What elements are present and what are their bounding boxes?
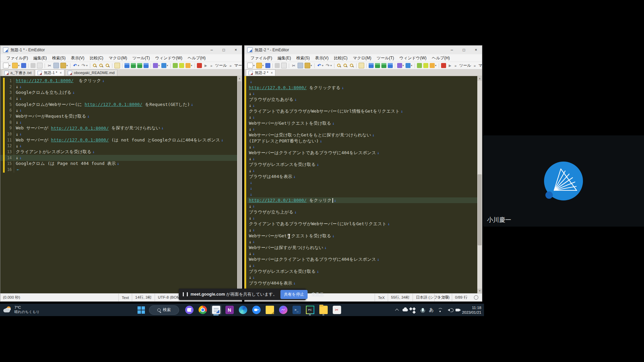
taskbar-clock[interactable]: 11:18 2023/01/21 [462, 305, 481, 315]
preview-icon[interactable] [281, 63, 287, 68]
dropdown-arrow-icon[interactable]: ▾ [311, 64, 313, 67]
paste-icon[interactable] [60, 63, 66, 68]
vertical-scrollbar[interactable]: ▲ ▼ [477, 76, 482, 293]
document-tab[interactable]: oboegaki_README.md [65, 69, 117, 76]
document-tab[interactable]: 無題-1 *× [35, 69, 64, 76]
camera-icon[interactable] [453, 306, 462, 314]
tool-lime-icon[interactable] [179, 63, 184, 68]
tool-orange-icon[interactable] [430, 63, 435, 68]
table-green-icon[interactable] [131, 63, 136, 68]
menu-item[interactable]: 編集(E) [31, 55, 49, 61]
tool-green-icon[interactable] [173, 63, 178, 68]
open-icon[interactable] [12, 63, 18, 68]
find-prev-icon[interactable] [349, 63, 354, 68]
hyperlink-text[interactable]: http://127.0.0.1:8000/ [51, 126, 109, 131]
tool-green-icon[interactable] [417, 63, 422, 68]
tool-orange-icon[interactable] [185, 63, 191, 68]
undo-icon[interactable] [72, 63, 77, 68]
menu-item[interactable]: ヘルプ(H) [429, 55, 453, 61]
table-green-2-icon[interactable] [381, 63, 386, 68]
emeditor-taskbar-icon[interactable] [209, 304, 223, 316]
messenger-taskbar-icon[interactable] [276, 304, 290, 316]
toolbar-label[interactable]: ツール [215, 63, 227, 68]
titlebar-left[interactable]: 無題-1 * - EmEditor – □ × [0, 46, 242, 54]
taskbar-weather-widget[interactable]: 7°C 晴れのちくもり [3, 305, 40, 314]
powershell-taskbar-icon[interactable] [290, 304, 303, 316]
menu-item[interactable]: 表示(V) [68, 55, 87, 61]
minimize-button[interactable]: – [206, 46, 218, 54]
mic-icon[interactable] [419, 306, 427, 314]
dropdown-arrow-icon[interactable]: ▾ [78, 64, 80, 67]
find-icon[interactable] [336, 63, 341, 68]
toolbar-label[interactable]: ツール [459, 63, 471, 68]
tab-close-icon[interactable]: × [271, 71, 273, 75]
play-icon[interactable] [447, 63, 452, 68]
table-green-2-icon[interactable] [137, 63, 142, 68]
close-button[interactable]: × [230, 46, 242, 54]
toolbar-label[interactable]: マーカー [478, 63, 482, 68]
save-icon[interactable] [265, 63, 270, 68]
explorer-taskbar-icon[interactable] [317, 304, 330, 316]
table-blue-2-icon[interactable] [144, 63, 149, 68]
maximize-button[interactable]: □ [458, 46, 470, 54]
record-icon[interactable] [441, 63, 446, 68]
dropdown-arrow-icon[interactable]: ▾ [191, 64, 193, 67]
undo-icon[interactable] [317, 63, 322, 68]
close-button[interactable]: × [470, 46, 482, 54]
dropdown-arrow-icon[interactable]: ▾ [66, 64, 69, 67]
scroll-down-arrow[interactable]: ▼ [477, 289, 482, 293]
dropdown-arrow-icon[interactable]: ▾ [411, 64, 413, 67]
hyperlink-text[interactable]: http://127.0.0.1:8000/ [85, 102, 142, 107]
onedrive-icon[interactable] [401, 306, 409, 314]
menu-item[interactable]: 編集(E) [275, 55, 293, 61]
minimize-button[interactable]: – [446, 46, 458, 54]
chevron-up-icon[interactable] [392, 306, 400, 314]
table-blue-icon[interactable] [124, 63, 129, 68]
dropdown-arrow-icon[interactable]: ▾ [167, 64, 169, 67]
menu-item[interactable]: マクロ(M) [350, 55, 374, 61]
preview-icon[interactable] [37, 63, 43, 68]
hyperlink-text[interactable]: http://127.0.0.1:8000/ [51, 137, 109, 142]
menu-item[interactable]: ウィンドウ(W) [397, 55, 429, 61]
vertical-scrollbar[interactable]: ▲ ▼ [237, 76, 242, 293]
menu-item[interactable]: ヘルプ(H) [185, 55, 209, 61]
table-blue-icon[interactable] [369, 63, 374, 68]
new-icon[interactable] [247, 63, 253, 68]
doc-html-icon[interactable] [153, 63, 158, 68]
scrollbar-thumb[interactable] [237, 81, 241, 288]
menu-item[interactable]: 検索(S) [49, 55, 68, 61]
print-icon[interactable] [275, 63, 280, 68]
toolbar-overflow-chevron[interactable]: » [454, 64, 457, 68]
menu-item[interactable]: ウィンドウ(W) [153, 55, 185, 61]
record-icon[interactable] [197, 63, 202, 68]
toolbar-overflow-chevron[interactable]: » [474, 64, 476, 68]
dropdown-arrow-icon[interactable]: ▾ [158, 64, 161, 67]
editor-right[interactable]: ↓http://127.0.0.1:8000/ をクリックする↓↓↓ブラウザが立… [245, 76, 482, 293]
copy-icon[interactable] [298, 63, 303, 68]
ime-icon[interactable]: あ [427, 306, 435, 314]
find-next-icon[interactable] [343, 63, 348, 68]
volume-icon[interactable] [445, 306, 453, 314]
menu-item[interactable]: ツール(T) [374, 55, 397, 61]
search-box[interactable]: 検索 [149, 305, 179, 315]
find-next-icon[interactable] [99, 63, 104, 68]
hide-banner-link[interactable]: 非表示 [312, 292, 324, 297]
wifi-icon[interactable] [436, 306, 444, 314]
chrome-taskbar-icon[interactable] [196, 304, 209, 316]
status-segment[interactable]: Text [118, 294, 132, 301]
menu-item[interactable]: 比較(C) [331, 55, 350, 61]
edge-taskbar-icon[interactable] [236, 304, 250, 316]
new-icon[interactable] [3, 63, 9, 68]
play-icon[interactable] [203, 63, 208, 68]
toolbar-overflow-chevron[interactable]: » [229, 64, 231, 68]
status-segment[interactable]: 14行, 3桁 [132, 294, 155, 301]
hyperlink-text[interactable]: http://127.0.0.1:8000/ [249, 85, 307, 90]
document-tab[interactable]: 無題-2 *× [246, 69, 275, 76]
stop-sharing-button[interactable]: 共有を停止 [280, 290, 307, 299]
participant-video-tile[interactable]: 小川慶一 [483, 135, 644, 227]
doc-html-icon[interactable] [397, 63, 402, 68]
pycharm-taskbar-icon[interactable] [303, 304, 317, 316]
maximize-button[interactable]: □ [218, 46, 230, 54]
dropbox-icon[interactable] [410, 306, 418, 314]
redo-icon[interactable] [81, 63, 86, 68]
